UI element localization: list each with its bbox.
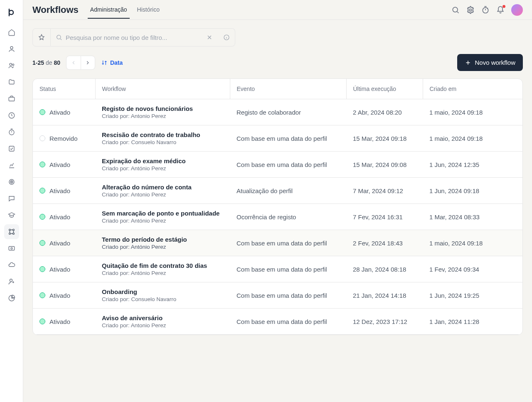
nav-cloud-icon[interactable] — [4, 257, 19, 272]
table-row[interactable]: Ativado Quitação de fim de contrato 30 d… — [33, 256, 522, 282]
workflow-name: Rescisão de contrato de trabalho — [102, 131, 223, 138]
workflow-name: Registo de novos funcionários — [102, 105, 223, 112]
event-cell: Registo de colaborador — [230, 99, 346, 125]
status-cell: Ativado — [39, 187, 89, 194]
table-row[interactable]: Ativado Sem marcação de ponto e pontuali… — [33, 204, 522, 230]
th-last-run[interactable]: Última execução — [346, 79, 423, 99]
workflow-name: Quitação de fim de contrato 30 dias — [102, 262, 223, 269]
svg-point-13 — [12, 233, 14, 235]
nav-payroll-icon[interactable] — [4, 241, 19, 256]
created-cell: 1 Jun, 2024 19:25 — [423, 282, 522, 309]
nav-target-icon[interactable] — [4, 174, 19, 189]
table-row[interactable]: Ativado OnboardingCriado por: Consuelo N… — [33, 282, 522, 309]
nav-users-icon[interactable] — [4, 58, 19, 73]
table-row[interactable]: Ativado Registo de novos funcionáriosCri… — [33, 99, 522, 125]
clear-search-button[interactable] — [201, 28, 218, 47]
status-cell: Ativado — [39, 292, 89, 299]
search-input[interactable] — [66, 34, 196, 41]
event-cell: Com base em uma data do perfil — [230, 256, 346, 282]
svg-point-9 — [11, 181, 12, 182]
svg-point-17 — [453, 7, 458, 12]
nav-check-icon[interactable] — [4, 141, 19, 156]
last-run-cell: 7 Mar, 2024 09:12 — [346, 178, 423, 204]
svg-rect-14 — [9, 247, 15, 250]
last-run-cell: 21 Jan, 2024 14:18 — [346, 282, 423, 309]
nav-adduser-icon[interactable] — [4, 274, 19, 289]
search-box — [51, 28, 201, 47]
workflow-name: Onboarding — [102, 288, 223, 295]
workflow-name: Alteração do número de conta — [102, 184, 223, 191]
nav-pie-icon[interactable] — [4, 291, 19, 306]
svg-rect-3 — [9, 97, 15, 101]
event-cell: Com base em uma data do perfil — [230, 282, 346, 309]
workflow-creator: Criado por: António Perez — [102, 270, 223, 276]
svg-rect-6 — [9, 146, 14, 151]
nav-timer-icon[interactable] — [4, 125, 19, 140]
status-dot — [39, 162, 45, 167]
app-logo[interactable] — [4, 5, 19, 20]
bell-icon[interactable] — [496, 6, 505, 14]
table-row[interactable]: Ativado Termo do período de estágioCriad… — [33, 230, 522, 256]
workflow-creator: Criado por: Consuelo Navarro — [102, 139, 223, 145]
workflow-name: Termo do período de estágio — [102, 236, 223, 243]
sort-button[interactable]: Data — [101, 59, 123, 66]
status-cell: Ativado — [39, 109, 89, 116]
nav-graduation-icon[interactable] — [4, 208, 19, 223]
gear-icon[interactable] — [466, 6, 475, 14]
created-cell: 1 maio, 2024 09:18 — [423, 125, 522, 152]
event-cell: Com base em uma data do perfil — [230, 230, 346, 256]
stopwatch-icon[interactable] — [481, 6, 490, 14]
filter-info-button[interactable] — [218, 28, 235, 47]
th-event[interactable]: Evento — [230, 79, 346, 99]
favorite-filter-button[interactable] — [32, 28, 51, 47]
nav-workflows-icon[interactable] — [4, 224, 19, 239]
svg-point-18 — [470, 9, 472, 11]
last-run-cell: 28 Jan, 2024 08:18 — [346, 256, 423, 282]
th-status[interactable]: Status — [33, 79, 95, 99]
nav-folder-icon[interactable] — [4, 75, 19, 90]
nav-home-icon[interactable] — [4, 25, 19, 40]
nav-briefcase-icon[interactable] — [4, 91, 19, 106]
last-run-cell: 12 Dez, 2023 17:12 — [346, 309, 423, 335]
th-created[interactable]: Criado em — [423, 79, 522, 99]
last-run-cell: 2 Fev, 2024 18:43 — [346, 230, 423, 256]
status-dot — [39, 292, 45, 298]
nav-chat-icon[interactable] — [4, 191, 19, 206]
svg-point-0 — [10, 47, 13, 49]
header: Workflows Administração Histórico — [23, 0, 532, 20]
workflow-creator: Criado por: Antonio Perez — [102, 322, 223, 328]
nav-clock-icon[interactable] — [4, 108, 19, 123]
status-dot — [39, 240, 45, 246]
status-cell: Ativado — [39, 266, 89, 273]
workflow-creator: Criado por: António Perez — [102, 244, 223, 250]
svg-point-2 — [12, 64, 14, 66]
tab-admin[interactable]: Administração — [88, 1, 130, 19]
search-icon-small — [56, 34, 62, 41]
nav-chart-icon[interactable] — [4, 158, 19, 173]
search-icon[interactable] — [451, 6, 460, 14]
status-dot — [39, 135, 45, 141]
workflow-name: Expiração do exame médico — [102, 157, 223, 164]
pager-prev[interactable] — [66, 56, 81, 69]
table-row[interactable]: Ativado Expiração do exame médicoCriado … — [33, 152, 522, 178]
th-workflow[interactable]: Workflow — [95, 79, 230, 99]
status-label: Ativado — [49, 292, 70, 299]
avatar[interactable] — [511, 4, 523, 16]
notification-dot — [502, 5, 505, 8]
svg-point-8 — [10, 181, 13, 183]
table-row[interactable]: Ativado Aviso de aniversárioCriado por: … — [33, 309, 522, 335]
svg-point-16 — [10, 279, 12, 282]
table-row[interactable]: Ativado Alteração do número de contaCria… — [33, 178, 522, 204]
status-cell: Ativado — [39, 213, 89, 221]
header-tabs: Administração Histórico — [88, 1, 162, 19]
tab-history[interactable]: Histórico — [135, 1, 162, 19]
table-row[interactable]: Removido Rescisão de contrato de trabalh… — [33, 125, 522, 152]
event-cell: Com base em uma data do perfil — [230, 152, 346, 178]
status-label: Ativado — [49, 187, 70, 194]
new-workflow-button[interactable]: Novo workflow — [457, 54, 523, 71]
pager-next[interactable] — [81, 56, 95, 69]
nav-user-icon[interactable] — [4, 42, 19, 56]
event-cell: Com base em uma data do perfil — [230, 309, 346, 335]
status-label: Ativado — [49, 266, 70, 273]
last-run-cell: 2 Abr, 2024 08:20 — [346, 99, 423, 125]
